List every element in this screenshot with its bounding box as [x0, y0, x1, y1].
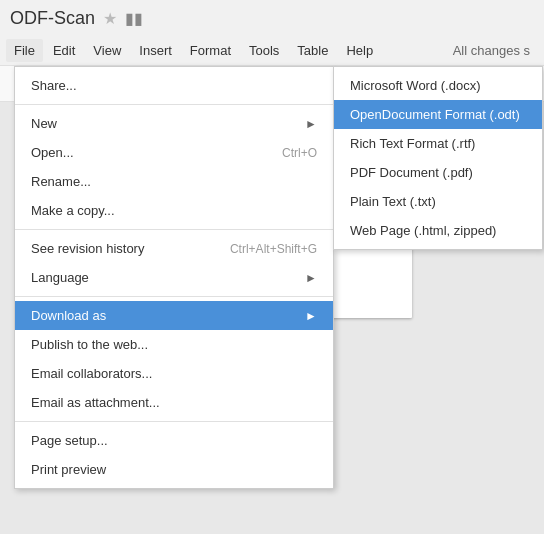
submenu-rtf[interactable]: Rich Text Format (.rtf) — [334, 129, 542, 158]
submenu-pdf[interactable]: PDF Document (.pdf) — [334, 158, 542, 187]
file-menu-revision-history[interactable]: See revision history Ctrl+Alt+Shift+G — [15, 234, 333, 263]
file-menu-new[interactable]: New ► — [15, 109, 333, 138]
file-menu-email-attach-label: Email as attachment... — [31, 395, 160, 410]
file-menu-new-label: New — [31, 116, 57, 131]
file-menu-download-label: Download as — [31, 308, 106, 323]
arrow-icon-language: ► — [305, 271, 317, 285]
menu-item-help[interactable]: Help — [338, 39, 381, 62]
file-menu-email-attachment[interactable]: Email as attachment... — [15, 388, 333, 417]
separator-2 — [15, 229, 333, 230]
submenu-txt[interactable]: Plain Text (.txt) — [334, 187, 542, 216]
file-menu-make-copy-label: Make a copy... — [31, 203, 115, 218]
file-menu-open[interactable]: Open... Ctrl+O — [15, 138, 333, 167]
submenu-txt-label: Plain Text (.txt) — [350, 194, 436, 209]
folder-icon[interactable]: ▮▮ — [125, 9, 143, 28]
file-menu-rename-label: Rename... — [31, 174, 91, 189]
file-menu-publish-label: Publish to the web... — [31, 337, 148, 352]
menu-item-file[interactable]: File — [6, 39, 43, 62]
file-menu-share[interactable]: Share... — [15, 71, 333, 100]
file-menu-print-preview-label: Print preview — [31, 462, 106, 477]
separator-3 — [15, 296, 333, 297]
arrow-icon-new: ► — [305, 117, 317, 131]
file-menu-email-collaborators[interactable]: Email collaborators... — [15, 359, 333, 388]
file-menu-language[interactable]: Language ► — [15, 263, 333, 292]
download-as-submenu: Microsoft Word (.docx) OpenDocument Form… — [333, 66, 543, 250]
arrow-icon-download: ► — [305, 309, 317, 323]
file-menu-revision-label: See revision history — [31, 241, 144, 256]
file-menu-download-as[interactable]: Download as ► — [15, 301, 333, 330]
menu-item-tools[interactable]: Tools — [241, 39, 287, 62]
file-menu-make-copy[interactable]: Make a copy... — [15, 196, 333, 225]
file-menu-publish-web[interactable]: Publish to the web... — [15, 330, 333, 359]
file-menu-print-preview[interactable]: Print preview — [15, 455, 333, 484]
menu-item-insert[interactable]: Insert — [131, 39, 180, 62]
file-menu-open-label: Open... — [31, 145, 74, 160]
menu-item-edit[interactable]: Edit — [45, 39, 83, 62]
title-bar: ODF-Scan ★ ▮▮ — [0, 0, 544, 36]
submenu-html-label: Web Page (.html, zipped) — [350, 223, 496, 238]
autosave-status: All changes s — [453, 43, 538, 58]
file-menu-page-setup-label: Page setup... — [31, 433, 108, 448]
submenu-odt-label: OpenDocument Format (.odt) — [350, 107, 520, 122]
revision-shortcut: Ctrl+Alt+Shift+G — [230, 242, 317, 256]
app-title: ODF-Scan — [10, 8, 95, 29]
separator-4 — [15, 421, 333, 422]
submenu-html[interactable]: Web Page (.html, zipped) — [334, 216, 542, 245]
file-menu-language-label: Language — [31, 270, 89, 285]
open-shortcut: Ctrl+O — [282, 146, 317, 160]
file-menu-page-setup[interactable]: Page setup... — [15, 426, 333, 455]
menu-item-view[interactable]: View — [85, 39, 129, 62]
submenu-rtf-label: Rich Text Format (.rtf) — [350, 136, 475, 151]
star-icon[interactable]: ★ — [103, 9, 117, 28]
menu-item-table[interactable]: Table — [289, 39, 336, 62]
file-menu-dropdown: Share... New ► Open... Ctrl+O Rename... … — [14, 66, 334, 489]
submenu-docx[interactable]: Microsoft Word (.docx) — [334, 71, 542, 100]
submenu-odt[interactable]: OpenDocument Format (.odt) — [334, 100, 542, 129]
menu-bar: File Edit View Insert Format Tools Table… — [0, 36, 544, 66]
file-menu-share-label: Share... — [31, 78, 77, 93]
submenu-pdf-label: PDF Document (.pdf) — [350, 165, 473, 180]
file-menu-email-collab-label: Email collaborators... — [31, 366, 152, 381]
menu-item-format[interactable]: Format — [182, 39, 239, 62]
file-menu-rename[interactable]: Rename... — [15, 167, 333, 196]
separator-1 — [15, 104, 333, 105]
submenu-docx-label: Microsoft Word (.docx) — [350, 78, 481, 93]
